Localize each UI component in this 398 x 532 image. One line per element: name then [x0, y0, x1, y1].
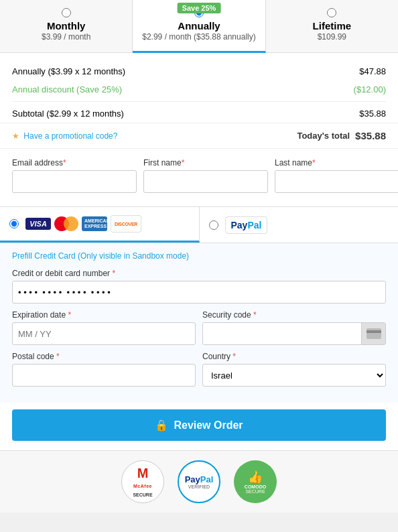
subtotal-amount: $35.88: [359, 109, 386, 119]
country-select[interactable]: Israel United States United Kingdom Cana…: [202, 364, 386, 387]
postal-label: Postal code *: [12, 352, 196, 361]
payment-card-option[interactable]: VISA AMERICANEXPRESS DISCOVER: [0, 207, 200, 243]
expiry-input[interactable]: [12, 322, 196, 345]
amex-logo: AMERICANEXPRESS: [82, 216, 107, 232]
country-required: *: [230, 352, 236, 361]
total-row: ★ Have a promotional code? Today's total…: [0, 123, 398, 149]
discount-amount: ($12.00): [354, 84, 386, 94]
comodo-secure-text: SECURE: [245, 489, 265, 494]
lock-icon: 🔒: [155, 419, 168, 431]
paypal-verified-text: VERIFIED: [188, 484, 210, 489]
plan-annually-name: Annually: [138, 20, 259, 31]
save-badge: Save 25%: [178, 3, 221, 13]
lastname-group: Last name*: [275, 158, 398, 193]
security-input-wrapper: [202, 322, 386, 345]
payment-card-radio[interactable]: [9, 219, 19, 228]
pricing-breakdown: Annually ($3.99 x 12 months) $47.88 Annu…: [0, 53, 398, 123]
checkout-container: Monthly $3.99 / month Save 25% Annually …: [0, 0, 398, 513]
postal-required: *: [54, 352, 60, 361]
discount-row: Annual discount (Save 25%) ($12.00): [12, 80, 386, 98]
card-number-row: Credit or debit card number *: [12, 269, 386, 304]
plan-annually-price: $2.99 / month ($35.88 annually): [142, 32, 255, 42]
firstname-required: *: [182, 158, 185, 168]
card-number-group: Credit or debit card number *: [12, 269, 386, 304]
trust-badges: M McAfee SECURE PayPal VERIFIED 👍 COMODO…: [0, 450, 398, 513]
total-amount: $35.88: [355, 130, 386, 141]
expiry-label: Expiration date *: [12, 310, 196, 320]
subtotal-label: Subtotal ($2.99 x 12 months): [12, 109, 124, 119]
annually-label: Annually ($3.99 x 12 months): [12, 66, 125, 76]
plan-selector: Monthly $3.99 / month Save 25% Annually …: [0, 0, 398, 53]
email-group: Email address*: [12, 158, 137, 193]
plan-lifetime-name: Lifetime: [271, 20, 393, 31]
subtotal-row: Subtotal ($2.99 x 12 months) $35.88: [12, 101, 386, 123]
comodo-badge: 👍 COMODO SECURE: [234, 460, 277, 503]
country-label: Country *: [202, 352, 386, 361]
mcafee-badge: M McAfee SECURE: [121, 460, 164, 503]
security-required: *: [251, 310, 257, 320]
payment-paypal-radio[interactable]: [209, 220, 218, 230]
plan-annually[interactable]: Save 25% Annually $2.99 / month ($35.88 …: [133, 0, 265, 53]
security-card-icon: [361, 323, 385, 344]
mcafee-secure-text: SECURE: [133, 492, 152, 497]
plan-lifetime-price: $109.99: [318, 32, 346, 42]
firstname-group: First name*: [143, 158, 268, 193]
review-order-button[interactable]: 🔒 Review Order: [12, 409, 386, 441]
firstname-input[interactable]: [143, 170, 268, 193]
payment-paypal-option[interactable]: PayPal: [200, 207, 399, 243]
review-order-label: Review Order: [174, 419, 243, 431]
email-input[interactable]: [12, 170, 137, 193]
promo-link[interactable]: ★ Have a promotional code?: [12, 131, 117, 141]
plan-monthly-price: $3.99 / month: [42, 32, 90, 42]
security-code-input[interactable]: [203, 323, 361, 344]
plan-monthly-radio[interactable]: [62, 8, 71, 17]
expiry-group: Expiration date *: [12, 310, 196, 345]
card-required: *: [110, 269, 115, 278]
firstname-label: First name*: [143, 158, 268, 168]
discount-label: Annual discount (Save 25%): [12, 84, 122, 94]
discover-logo: DISCOVER: [111, 215, 141, 232]
postal-group: Postal code *: [12, 352, 196, 387]
email-label: Email address*: [12, 158, 137, 168]
lastname-required: *: [312, 158, 316, 168]
plan-lifetime-radio[interactable]: [327, 8, 336, 17]
visa-logo: VISA: [25, 218, 51, 230]
lastname-input[interactable]: [275, 170, 398, 193]
security-code-group: Security code *: [202, 310, 386, 345]
promo-text: Have a promotional code?: [23, 131, 117, 141]
credit-card-section: Prefill Credit Card (Only visible in San…: [0, 243, 398, 403]
review-section: 🔒 Review Order: [0, 403, 398, 450]
card-number-input[interactable]: [12, 281, 386, 304]
promo-star: ★: [12, 131, 19, 141]
paypal-pay: Pay: [231, 220, 248, 230]
paypal-pal: Pal: [247, 220, 261, 230]
mc-circle-orange: [64, 216, 78, 231]
annually-amount: $47.88: [359, 66, 386, 76]
country-group: Country * Israel United States United Ki…: [202, 352, 386, 387]
annually-row: Annually ($3.99 x 12 months) $47.88: [12, 62, 386, 80]
postal-country-row: Postal code * Country * Israel United St…: [12, 352, 386, 387]
card-shape-icon: [367, 328, 381, 339]
postal-input[interactable]: [12, 364, 196, 387]
plan-lifetime[interactable]: Lifetime $109.99: [266, 0, 398, 52]
paypal-badge-pay: PayPal: [185, 474, 214, 484]
mcafee-label: McAfee: [133, 484, 152, 488]
mastercard-logo: [54, 216, 78, 232]
today-total: Today's total $35.88: [297, 130, 386, 141]
expiry-required: *: [66, 310, 71, 320]
total-label: Today's total: [297, 131, 350, 141]
comodo-thumb-icon: 👍: [248, 470, 263, 484]
form-row-personal: Email address* First name* Last name*: [12, 158, 386, 193]
prefill-link[interactable]: Prefill Credit Card (Only visible in San…: [12, 251, 386, 261]
security-label: Security code *: [202, 310, 386, 320]
user-info-form: Email address* First name* Last name*: [0, 149, 398, 206]
card-number-label: Credit or debit card number *: [12, 269, 386, 278]
expiry-security-row: Expiration date * Security code *: [12, 310, 386, 345]
card-logos: VISA AMERICANEXPRESS DISCOVER: [25, 215, 141, 232]
plan-monthly-name: Monthly: [5, 20, 127, 31]
paypal-logo: PayPal: [225, 216, 268, 234]
mcafee-m-icon: M: [137, 466, 149, 480]
paypal-verified-badge: PayPal VERIFIED: [178, 460, 220, 503]
payment-method-section: VISA AMERICANEXPRESS DISCOVER PayPal: [0, 206, 398, 243]
plan-monthly[interactable]: Monthly $3.99 / month: [0, 0, 133, 52]
